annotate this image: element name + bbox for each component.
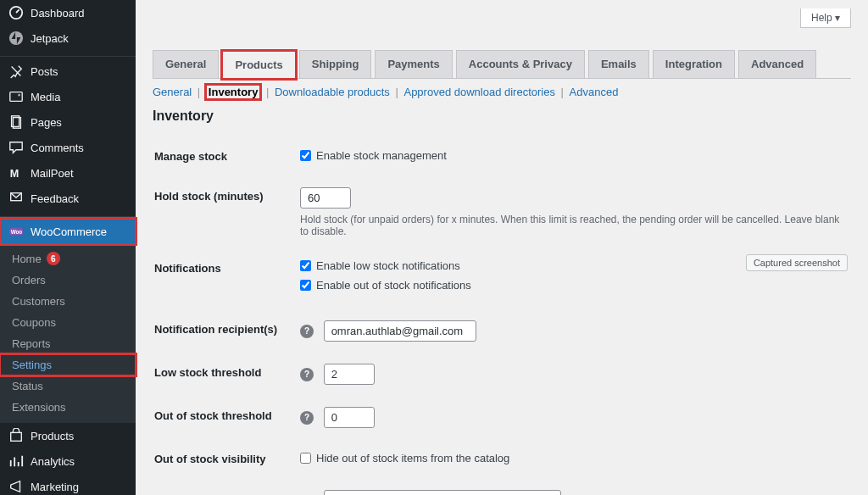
tab-emails[interactable]: Emails bbox=[588, 50, 649, 78]
svg-text:Woo: Woo bbox=[11, 229, 23, 235]
menu-item-analytics[interactable]: Analytics bbox=[0, 448, 136, 474]
subtab-downloadable-products[interactable]: Downloadable products bbox=[275, 86, 390, 98]
manage-stock-checkbox-text: Enable stock management bbox=[316, 149, 447, 162]
oos-visibility-label[interactable]: Hide out of stock items from the catalog bbox=[300, 452, 509, 464]
row-label-oos-threshold: Out of stock threshold bbox=[154, 397, 298, 438]
tab-integration[interactable]: Integration bbox=[653, 50, 735, 78]
help-tab[interactable]: Help ▾ bbox=[800, 8, 851, 28]
media-icon bbox=[8, 89, 24, 104]
submenu-item-status[interactable]: Status bbox=[0, 375, 136, 397]
menu-item-comments[interactable]: Comments bbox=[0, 135, 136, 160]
submenu-item-label: Customers bbox=[12, 295, 65, 308]
menu-item-label: Pages bbox=[31, 116, 62, 129]
menu-item-marketing[interactable]: Marketing bbox=[0, 474, 136, 495]
menu-item-label: Feedback bbox=[31, 192, 79, 205]
oos-notify-text: Enable out of stock notifications bbox=[316, 279, 471, 292]
mailpoet-icon: M bbox=[8, 165, 24, 181]
submenu-item-label: Coupons bbox=[12, 316, 56, 329]
submenu-item-label: Home bbox=[12, 253, 42, 265]
tab-accounts-privacy[interactable]: Accounts & Privacy bbox=[456, 50, 585, 78]
menu-item-media[interactable]: Media bbox=[0, 84, 136, 109]
main-content: Help ▾ GeneralProductsShippingPaymentsAc… bbox=[136, 0, 868, 495]
menu-item-mailpoet[interactable]: MMailPoet bbox=[0, 160, 136, 186]
oos-visibility-text: Hide out of stock items from the catalog bbox=[316, 452, 509, 464]
tab-general[interactable]: General bbox=[153, 50, 219, 78]
tab-shipping[interactable]: Shipping bbox=[299, 50, 372, 78]
separator: | bbox=[555, 86, 570, 98]
count-badge: 6 bbox=[47, 252, 60, 265]
menu-item-posts[interactable]: Posts bbox=[0, 58, 136, 84]
menu-item-label: Posts bbox=[31, 65, 58, 78]
oos-notify-checkbox[interactable] bbox=[300, 280, 311, 291]
menu-item-label: Comments bbox=[31, 142, 84, 154]
low-stock-threshold-input[interactable] bbox=[324, 364, 375, 385]
subtab-advanced[interactable]: Advanced bbox=[570, 86, 619, 98]
row-label-display-format: Stock display format bbox=[154, 480, 298, 495]
oos-notify-label[interactable]: Enable out of stock notifications bbox=[300, 279, 841, 292]
menu-item-feedback[interactable]: Feedback bbox=[0, 186, 136, 211]
subtab-approved-download-directories[interactable]: Approved download directories bbox=[403, 86, 555, 98]
hold-stock-description: Hold stock (for unpaid orders) for x min… bbox=[300, 214, 841, 237]
stock-display-format-select[interactable]: Always show quantity remaining in stock … bbox=[324, 490, 561, 495]
row-label-recipients: Notification recipient(s) bbox=[154, 310, 298, 352]
help-icon[interactable]: ? bbox=[300, 368, 314, 381]
woocommerce-submenu: Home6OrdersCustomersCouponsReportsSettin… bbox=[0, 244, 136, 423]
separator: | bbox=[260, 86, 275, 98]
hold-stock-input[interactable] bbox=[300, 187, 351, 209]
separator: | bbox=[390, 86, 404, 98]
menu-item-label: Jetpack bbox=[31, 32, 69, 45]
products-icon bbox=[8, 428, 24, 443]
row-label-oos-visibility: Out of stock visibility bbox=[154, 440, 298, 478]
low-stock-notify-checkbox[interactable] bbox=[300, 260, 311, 271]
submenu-item-coupons[interactable]: Coupons bbox=[0, 312, 136, 333]
subtab-inventory[interactable]: Inventory bbox=[206, 85, 261, 99]
svg-rect-10 bbox=[11, 432, 22, 441]
menu-item-jetpack[interactable]: Jetpack bbox=[0, 25, 136, 51]
notification-recipients-input[interactable] bbox=[324, 320, 476, 342]
submenu-item-home[interactable]: Home6 bbox=[0, 248, 136, 270]
section-title: Inventory bbox=[153, 108, 851, 124]
menu-item-dashboard[interactable]: Dashboard bbox=[0, 0, 136, 25]
oos-visibility-checkbox[interactable] bbox=[300, 453, 311, 464]
settings-subtabs: General | Inventory | Downloadable produ… bbox=[153, 79, 851, 105]
subtab-general[interactable]: General bbox=[153, 86, 192, 98]
menu-item-products[interactable]: Products bbox=[0, 423, 136, 448]
tab-advanced[interactable]: Advanced bbox=[738, 50, 816, 78]
menu-item-woocommerce[interactable]: WooWooCommerce bbox=[0, 219, 136, 244]
menu-item-label: Analytics bbox=[31, 455, 75, 468]
menu-item-label: Dashboard bbox=[31, 7, 85, 19]
menu-item-label: MailPoet bbox=[31, 167, 74, 180]
help-icon[interactable]: ? bbox=[300, 411, 314, 425]
comments-icon bbox=[8, 140, 24, 155]
menu-item-label: WooCommerce bbox=[31, 225, 107, 238]
submenu-item-label: Orders bbox=[12, 274, 46, 286]
jetpack-icon bbox=[8, 31, 24, 46]
menu-item-label: Marketing bbox=[31, 481, 79, 493]
submenu-item-settings[interactable]: Settings bbox=[0, 354, 136, 375]
marketing-icon bbox=[8, 479, 24, 494]
oos-threshold-input[interactable] bbox=[324, 407, 375, 428]
tab-products[interactable]: Products bbox=[222, 51, 295, 79]
submenu-item-reports[interactable]: Reports bbox=[0, 333, 136, 354]
submenu-item-label: Reports bbox=[12, 337, 51, 350]
woo-icon: Woo bbox=[8, 224, 24, 239]
settings-tabs: GeneralProductsShippingPaymentsAccounts … bbox=[153, 50, 851, 79]
submenu-item-orders[interactable]: Orders bbox=[0, 270, 136, 291]
help-icon[interactable]: ? bbox=[300, 325, 314, 338]
manage-stock-checkbox-label[interactable]: Enable stock management bbox=[300, 149, 447, 162]
separator: | bbox=[192, 86, 206, 98]
pages-icon bbox=[8, 114, 24, 130]
manage-stock-checkbox[interactable] bbox=[300, 150, 311, 161]
submenu-item-customers[interactable]: Customers bbox=[0, 291, 136, 312]
tab-payments[interactable]: Payments bbox=[375, 50, 452, 78]
submenu-item-extensions[interactable]: Extensions bbox=[0, 397, 136, 418]
pin-icon bbox=[8, 64, 24, 79]
svg-point-1 bbox=[9, 31, 23, 45]
admin-sidebar: DashboardJetpackPostsMediaPagesCommentsM… bbox=[0, 0, 136, 495]
svg-point-3 bbox=[18, 94, 20, 97]
svg-rect-2 bbox=[10, 92, 22, 102]
dashboard-icon bbox=[8, 5, 24, 20]
submenu-item-label: Status bbox=[12, 380, 43, 392]
menu-item-pages[interactable]: Pages bbox=[0, 109, 136, 135]
feedback-icon bbox=[8, 191, 24, 206]
